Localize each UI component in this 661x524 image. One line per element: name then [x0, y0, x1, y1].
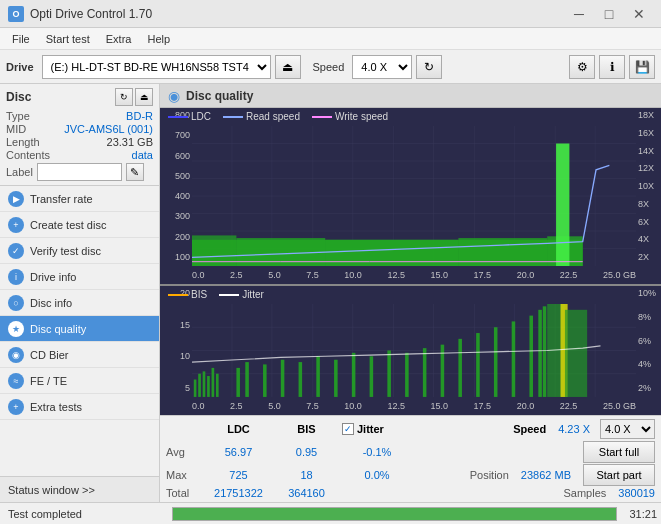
bottom-legend: BIS Jitter — [168, 289, 264, 300]
status-time: 31:21 — [629, 508, 657, 520]
write-legend-line — [312, 116, 332, 118]
disc-quality-icon: ★ — [8, 321, 24, 337]
disc-label-row: Label ✎ — [6, 163, 153, 181]
svg-rect-50 — [352, 353, 356, 397]
sidebar-item-cd-bier[interactable]: ◉ CD Bier — [0, 342, 159, 368]
avg-label: Avg — [166, 446, 198, 458]
disc-mid-label: MID — [6, 123, 26, 135]
stats-total-row: Total 21751322 364160 Samples 380019 — [166, 487, 655, 499]
menu-start-test[interactable]: Start test — [38, 31, 98, 47]
close-button[interactable]: ✕ — [625, 3, 653, 25]
nav-label-fe-te: FE / TE — [30, 375, 67, 387]
svg-rect-52 — [387, 351, 391, 397]
menu-help[interactable]: Help — [139, 31, 178, 47]
eject-button[interactable]: ⏏ — [275, 55, 301, 79]
save-button[interactable]: 💾 — [629, 55, 655, 79]
y-label-300: 300 — [162, 211, 190, 221]
maximize-button[interactable]: □ — [595, 3, 623, 25]
stats-data-rows: Avg 56.97 0.95 -0.1% Start full Max 725 … — [166, 441, 655, 499]
jitter-label: Jitter — [357, 423, 384, 435]
nav-label-extra-tests: Extra tests — [30, 401, 82, 413]
sidebar-item-create-test-disc[interactable]: + Create test disc — [0, 212, 159, 238]
svg-rect-23 — [556, 144, 569, 267]
sidebar-item-disc-info[interactable]: ○ Disc info — [0, 290, 159, 316]
disc-label-input[interactable] — [37, 163, 122, 181]
sidebar-item-fe-te[interactable]: ≈ FE / TE — [0, 368, 159, 394]
drive-select[interactable]: (E:) HL-DT-ST BD-RE WH16NS58 TST4 — [42, 55, 271, 79]
speed-display-select[interactable]: 4.0 X — [600, 419, 655, 439]
svg-rect-62 — [543, 306, 547, 397]
y-axis-right-bottom: 10% 8% 6% 4% 2% — [636, 286, 661, 395]
nav-label-verify-test-disc: Verify test disc — [30, 245, 101, 257]
position-label: Position — [470, 469, 509, 481]
write-legend: Write speed — [312, 111, 388, 122]
write-legend-label: Write speed — [335, 111, 388, 122]
disc-label-label: Label — [6, 166, 33, 178]
sidebar-item-drive-info[interactable]: i Drive info — [0, 264, 159, 290]
ldc-legend: LDC — [168, 111, 211, 122]
x-axis-top: 0.0 2.5 5.0 7.5 10.0 12.5 15.0 17.5 20.0… — [192, 266, 636, 284]
total-bis: 364160 — [279, 487, 334, 499]
disc-type-label: Type — [6, 110, 30, 122]
nav-label-create-test-disc: Create test disc — [30, 219, 106, 231]
svg-rect-53 — [405, 353, 409, 397]
bis-chart: BIS Jitter 20 15 10 5 — [160, 286, 661, 415]
ldc-chart: LDC Read speed Write speed 800 — [160, 108, 661, 286]
sidebar-item-disc-quality[interactable]: ★ Disc quality — [0, 316, 159, 342]
sidebar-item-transfer-rate[interactable]: ▶ Transfer rate — [0, 186, 159, 212]
sidebar-item-verify-test-disc[interactable]: ✓ Verify test disc — [0, 238, 159, 264]
jitter-legend: Jitter — [219, 289, 264, 300]
top-chart-svg — [192, 126, 636, 266]
svg-rect-44 — [245, 362, 249, 397]
verify-test-icon: ✓ — [8, 243, 24, 259]
refresh-button[interactable]: ↻ — [416, 55, 442, 79]
speed-select[interactable]: 4.0 X — [352, 55, 412, 79]
jitter-checkbox[interactable]: ✓ — [342, 423, 354, 435]
disc-length-value: 23.31 GB — [107, 136, 153, 148]
yrb-10: 10% — [638, 288, 659, 298]
disc-type-row: Type BD-R — [6, 110, 153, 122]
app-title: Opti Drive Control 1.70 — [30, 7, 152, 21]
bis-legend: BIS — [168, 289, 207, 300]
max-label: Max — [166, 469, 198, 481]
avg-ldc: 56.97 — [206, 446, 271, 458]
transfer-rate-icon: ▶ — [8, 191, 24, 207]
menu-file[interactable]: File — [4, 31, 38, 47]
drive-label: Drive — [6, 61, 34, 73]
total-label: Total — [166, 487, 198, 499]
ldc-legend-label: LDC — [191, 111, 211, 122]
minimize-button[interactable]: ─ — [565, 3, 593, 25]
stats-header-ldc: LDC — [206, 423, 271, 435]
disc-label-btn[interactable]: ✎ — [126, 163, 144, 181]
disc-contents-label: Contents — [6, 149, 50, 161]
svg-rect-61 — [538, 310, 542, 397]
bottom-chart-svg — [192, 304, 636, 397]
menu-extra[interactable]: Extra — [98, 31, 140, 47]
start-full-button[interactable]: Start full — [583, 441, 655, 463]
svg-rect-49 — [334, 360, 338, 397]
samples-label: Samples — [563, 487, 606, 499]
yb-15: 15 — [162, 320, 190, 330]
y-label-700: 700 — [162, 130, 190, 140]
svg-rect-37 — [194, 380, 197, 397]
svg-rect-40 — [207, 376, 210, 397]
disc-eject-btn[interactable]: ⏏ — [135, 88, 153, 106]
settings-button[interactable]: ⚙ — [569, 55, 595, 79]
ldc-legend-line — [168, 116, 188, 118]
info-button[interactable]: ℹ — [599, 55, 625, 79]
status-window-item[interactable]: Status window >> — [0, 476, 159, 502]
samples-value: 380019 — [618, 487, 655, 499]
nav-label-transfer-rate: Transfer rate — [30, 193, 93, 205]
disc-refresh-btn[interactable]: ↻ — [115, 88, 133, 106]
bis-legend-line — [168, 294, 188, 296]
nav-label-drive-info: Drive info — [30, 271, 76, 283]
start-part-button[interactable]: Start part — [583, 464, 655, 486]
yr-2x: 2X — [638, 252, 659, 262]
jitter-header: ✓ Jitter — [342, 423, 384, 435]
charts-container: LDC Read speed Write speed 800 — [160, 108, 661, 415]
sidebar-item-extra-tests[interactable]: + Extra tests — [0, 394, 159, 420]
svg-rect-59 — [512, 321, 516, 397]
disc-info-icon: ○ — [8, 295, 24, 311]
y-label-500: 500 — [162, 171, 190, 181]
y-label-400: 400 — [162, 191, 190, 201]
